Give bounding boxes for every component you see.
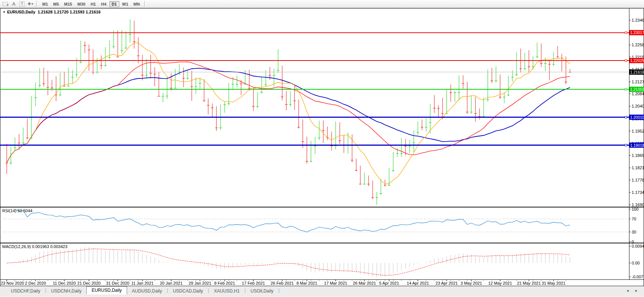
- timeframe-group: M1M5M15M30H1H4D1W1MN: [40, 0, 142, 7]
- tab-eurusd-daily[interactable]: EURUSD,Daily: [86, 286, 127, 294]
- chevron-down-icon[interactable]: ▾: [31, 2, 33, 6]
- tab-xauusd-h1[interactable]: XAUUSD,H1: [209, 287, 244, 294]
- tab-scroll-arrows: ◄ ►: [626, 289, 644, 293]
- shapes-glyph: ❖: [28, 1, 31, 6]
- toolbar: F A T ❖▾ M1M5M15M30H1H4D1W1MN: [0, 0, 644, 8]
- svg-text:11 Dec 2020: 11 Dec 2020: [53, 281, 76, 285]
- timeframe-button-h4[interactable]: H4: [99, 1, 108, 7]
- svg-text:17 Mar 2021: 17 Mar 2021: [324, 281, 347, 285]
- timeframe-button-m30[interactable]: M30: [75, 1, 87, 7]
- text-label-icon[interactable]: T: [18, 0, 26, 7]
- timeframe-button-m1[interactable]: M1: [40, 1, 50, 7]
- svg-text:0.00: 0.00: [632, 261, 640, 265]
- svg-text:11 Jan 2021: 11 Jan 2021: [131, 281, 154, 285]
- svg-text:30: 30: [632, 230, 636, 234]
- tab-usdchf-daily[interactable]: USDCHF,Daily: [6, 287, 45, 294]
- chart-tab-bar: USDCHF,Daily|USDCNH,DailyEURUSD,DailyAUD…: [0, 287, 644, 294]
- svg-text:23 Apr 2021: 23 Apr 2021: [435, 281, 457, 285]
- svg-text:1.16900: 1.16900: [632, 202, 644, 207]
- timeframe-button-m5[interactable]: M5: [51, 1, 61, 7]
- svg-text:1.18650: 1.18650: [632, 153, 644, 158]
- svg-text:1.19018: 1.19018: [630, 143, 644, 148]
- shapes-arrows-icon[interactable]: ❖▾: [27, 0, 34, 7]
- tab-usdcnh-daily[interactable]: USDCNH,Daily: [46, 287, 86, 294]
- tab-usoil-daily[interactable]: USOil,Daily: [246, 287, 278, 294]
- svg-text:3 May 2021: 3 May 2021: [460, 281, 482, 285]
- t-glyph: T: [19, 1, 25, 7]
- svg-text:2 Dec 2020: 2 Dec 2020: [25, 281, 46, 285]
- svg-text:1.21270: 1.21270: [632, 80, 644, 84]
- toolbar-separator: [36, 1, 38, 7]
- fibonacci-f-label: F: [7, 4, 9, 6]
- svg-text:20 Jan 2021: 20 Jan 2021: [160, 281, 183, 285]
- chart-canvas: 1.234601.230201.225801.221501.217101.212…: [0, 0, 644, 297]
- rsi-indicator-label: RSI(14) 50.5044: [2, 208, 33, 213]
- svg-text:12 May 2021: 12 May 2021: [488, 281, 512, 285]
- chart-tabs: USDCHF,Daily|USDCNH,DailyEURUSD,DailyAUD…: [6, 286, 280, 294]
- svg-text:1.20840: 1.20840: [632, 92, 644, 96]
- toolbar-separator: [144, 1, 146, 7]
- fibonacci-grid-icon[interactable]: F: [2, 0, 9, 7]
- svg-text:100: 100: [632, 207, 638, 211]
- svg-text:14 Apr 2021: 14 Apr 2021: [407, 281, 429, 285]
- svg-text:1.18210: 1.18210: [632, 165, 644, 170]
- symbol-ohlc-text: EURUSD,Daily 1.21628 1.21720 1.21593 1.2…: [7, 10, 101, 14]
- trading-app: F A T ❖▾ M1M5M15M30H1H4D1W1MN 1.234601.2…: [0, 0, 644, 297]
- timeframe-button-h1[interactable]: H1: [88, 1, 98, 7]
- svg-text:8 Feb 2021: 8 Feb 2021: [214, 281, 235, 285]
- macd-indicator-label: MACD(12,26,9) 0.001963 0.003423: [2, 244, 67, 249]
- svg-text:29 Jan 2021: 29 Jan 2021: [189, 281, 212, 285]
- svg-text:26 Feb 2021: 26 Feb 2021: [271, 281, 294, 285]
- timeframe-button-mn[interactable]: MN: [131, 1, 142, 7]
- svg-text:31 May 2021: 31 May 2021: [542, 281, 566, 285]
- svg-text:70: 70: [632, 217, 636, 221]
- svg-text:1.21616: 1.21616: [630, 70, 644, 74]
- svg-text:17 Feb 2021: 17 Feb 2021: [242, 281, 265, 285]
- svg-text:1.17780: 1.17780: [632, 178, 644, 182]
- svg-text:26 Mar 2021: 26 Mar 2021: [353, 281, 376, 285]
- svg-text:8 Mar 2021: 8 Mar 2021: [296, 281, 317, 285]
- svg-text:1.22025: 1.22025: [630, 58, 644, 63]
- svg-text:1.23460: 1.23460: [632, 18, 644, 22]
- svg-text:-0.00777: -0.00777: [632, 275, 644, 279]
- svg-text:5 Apr 2021: 5 Apr 2021: [379, 281, 399, 285]
- svg-text:31 Dec 2020: 31 Dec 2020: [106, 281, 129, 285]
- chart-title: ▼EURUSD,Daily 1.21628 1.21720 1.21593 1.…: [3, 10, 101, 14]
- status-strip: [0, 295, 644, 297]
- svg-text:1.23017: 1.23017: [630, 30, 644, 35]
- timeframe-button-w1[interactable]: W1: [120, 1, 131, 7]
- svg-text:23 Nov 2020: 23 Nov 2020: [1, 281, 24, 285]
- svg-text:1.17340: 1.17340: [632, 190, 644, 195]
- svg-text:1.22580: 1.22580: [632, 43, 644, 47]
- dropdown-triangle-icon[interactable]: ▼: [3, 10, 6, 14]
- timeframe-button-d1[interactable]: D1: [110, 1, 119, 7]
- svg-text:1.20400: 1.20400: [632, 104, 644, 108]
- svg-text:0: 0: [632, 239, 634, 244]
- tab-separator: |: [278, 288, 280, 293]
- svg-text:1.20010: 1.20010: [630, 115, 644, 120]
- tab-usdcad-daily[interactable]: USDCAD,Daily: [168, 287, 208, 294]
- text-a-icon[interactable]: A: [10, 0, 18, 7]
- timeframe-button-m15[interactable]: M15: [62, 1, 74, 7]
- svg-text:21 Dec 2020: 21 Dec 2020: [77, 281, 101, 285]
- svg-text:1.19520: 1.19520: [632, 129, 644, 133]
- svg-text:0.009478: 0.009478: [632, 244, 644, 248]
- svg-text:1.21002: 1.21002: [630, 87, 644, 92]
- svg-text:21 May 2021: 21 May 2021: [517, 281, 541, 285]
- tab-audusd-daily[interactable]: AUDUSD,Daily: [127, 287, 167, 294]
